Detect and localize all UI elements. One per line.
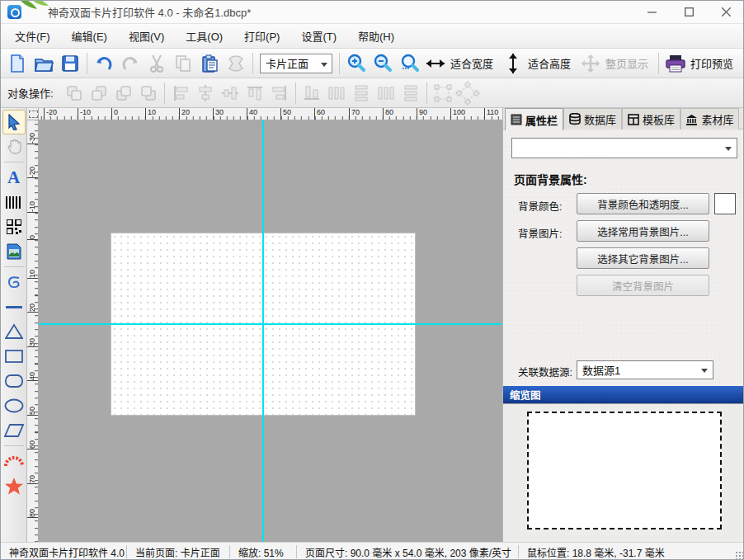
object-selector[interactable] [511,138,737,158]
align-right-icon[interactable] [267,82,292,105]
align-center-icon[interactable] [193,82,218,105]
align-middle-icon[interactable] [218,82,243,105]
maximize-button[interactable] [671,1,708,24]
tab-properties[interactable]: 属性栏 [505,108,563,130]
status-current-page: 当前页面: 卡片正面 [127,545,229,559]
menu-tools[interactable]: 工具(O) [175,24,233,48]
bg-image-clear-button[interactable]: 清空背景图片 [577,275,709,296]
bg-color-button[interactable]: 背景颜色和透明度... [577,193,709,214]
save-icon[interactable] [57,51,83,76]
full-page-label[interactable]: 整页显示 [605,55,648,71]
menu-settings[interactable]: 设置(T) [290,24,347,48]
tab-templates[interactable]: 模板库 [622,108,680,129]
ruler-label: 20 [179,108,190,120]
close-button[interactable] [708,1,744,24]
new-file-icon[interactable] [4,51,31,76]
thumbnail-title: 缩览图 [510,387,541,402]
paste-icon[interactable] [196,51,223,76]
align-left-icon[interactable] [168,82,193,105]
rectangle-tool[interactable] [2,344,26,369]
parallelogram-tool[interactable] [2,418,26,443]
line-tool[interactable] [2,294,26,319]
fit-width-label[interactable]: 适合宽度 [450,55,493,71]
ruler-corner [27,108,39,120]
ruler-label: 30 [213,108,224,120]
ruler-label: -20 [27,165,39,178]
same-height-icon[interactable] [398,82,423,105]
align-bottom-icon[interactable] [299,82,324,105]
ellipse-tool[interactable] [2,393,26,418]
ruler-label: -10 [78,108,91,120]
distribute-vertical-icon[interactable] [374,82,398,105]
window-title: 神奇双面卡片打印软件 4.0 - 未命名1.dbcp* [48,4,251,20]
menu-print[interactable]: 打印(P) [233,24,290,48]
vertical-guide-line[interactable] [262,120,264,542]
pan-hand-tool[interactable] [2,134,26,159]
vertical-ruler[interactable]: -30 -20 -10 0 10 20 30 40 50 60 70 80 [27,120,39,542]
zoom-out-icon[interactable] [370,51,396,76]
menu-view[interactable]: 视图(V) [118,24,175,48]
right-panel: 属性栏 数据库 模板库 素材库 页面背景属性: [502,108,744,542]
zoom-in-icon[interactable] [343,51,370,76]
star-tool[interactable] [2,473,26,498]
send-to-back-icon[interactable] [87,82,111,105]
copy-icon[interactable] [170,51,196,76]
horizontal-ruler[interactable]: -20 -10 0 10 20 30 40 50 60 70 80 90 100… [39,108,502,120]
barcode-tool[interactable] [2,190,26,214]
ungroup-icon[interactable] [455,82,480,105]
redo-icon[interactable] [117,51,144,76]
thumbnail-card-preview[interactable] [527,412,722,529]
bring-forward-icon[interactable] [111,82,136,105]
print-preview-label[interactable]: 打印预览 [690,55,733,71]
ruler-label: -10 [27,200,39,213]
ruler-label: 110 [484,108,498,120]
menu-help[interactable]: 帮助(H) [347,24,405,48]
datasource-selector[interactable]: 数据源1 [577,360,713,379]
bg-image-other-button[interactable]: 选择其它背景图片... [577,247,709,269]
ruler-label: 10 [27,268,39,279]
app-logo-icon [7,5,21,19]
tool-palette: A [1,108,27,542]
tab-database[interactable]: 数据库 [563,108,622,129]
curve-tool[interactable] [2,270,26,294]
bg-image-common-button[interactable]: 选择常用背景图片... [577,220,709,242]
select-pointer-tool[interactable] [2,110,26,134]
design-canvas[interactable] [39,120,502,542]
send-backward-icon[interactable] [136,82,161,105]
bring-to-front-icon[interactable] [62,82,87,105]
page-background-heading: 页面背景属性: [514,171,587,187]
printer-icon[interactable] [662,51,689,76]
triangle-tool[interactable] [2,319,26,344]
minimize-button[interactable] [633,1,671,24]
image-tool[interactable] [2,239,26,264]
group-icon[interactable] [431,82,455,105]
arc-stamp-tool[interactable] [2,449,26,473]
object-toolbar: 对象操作: [1,78,744,108]
fit-height-arrow-icon[interactable] [500,51,526,76]
bg-color-swatch[interactable] [714,193,736,214]
fit-width-arrow-icon[interactable] [422,51,449,76]
page-side-selector[interactable]: 卡片正面 [260,54,332,73]
rounded-rectangle-tool[interactable] [2,369,26,393]
status-mouse-position: 鼠标位置: 18.8 毫米, -31.7 毫米 [519,545,673,559]
horizontal-guide-line[interactable] [39,323,502,325]
menu-file[interactable]: 文件(F) [4,24,61,48]
undo-icon[interactable] [91,51,117,76]
text-tool[interactable]: A [2,165,26,190]
menu-edit[interactable]: 编辑(E) [61,24,118,48]
zoom-select-icon[interactable] [396,51,422,76]
open-file-icon[interactable] [31,51,57,76]
align-top-icon[interactable] [243,82,267,105]
same-width-icon[interactable] [349,82,374,105]
resize-grip[interactable] [735,551,743,559]
tab-materials[interactable]: 素材库 [680,108,739,129]
delete-icon[interactable] [223,51,249,76]
chevron-down-icon [321,63,327,67]
status-page-size: 页面尺寸: 90.0 毫米 x 54.0 毫米, 203 像素/英寸 [297,545,518,559]
tab-label: 数据库 [584,111,616,127]
qrcode-tool[interactable] [2,214,26,239]
distribute-horizontal-icon[interactable] [324,82,349,105]
full-page-arrows-icon[interactable] [577,51,604,76]
fit-height-label[interactable]: 适合高度 [528,55,571,71]
cut-icon[interactable] [144,51,170,76]
